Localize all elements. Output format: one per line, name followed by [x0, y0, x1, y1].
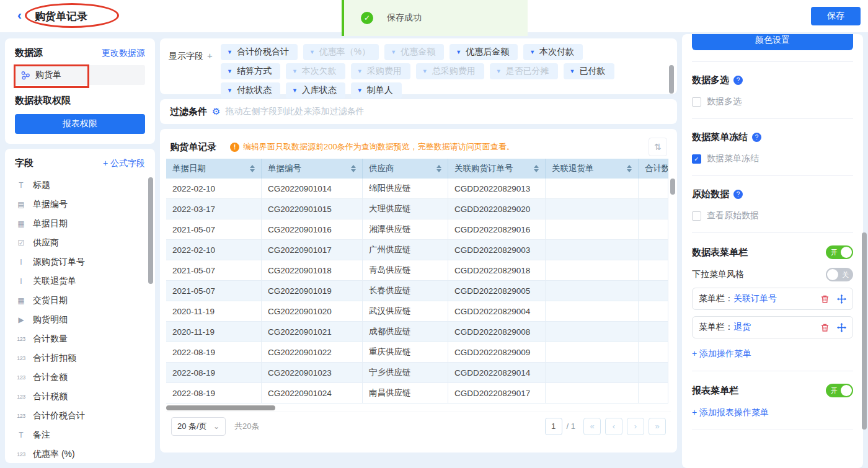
column-header[interactable]: 单据编号 [262, 159, 363, 179]
datasource-item[interactable]: 购货单 [15, 65, 145, 85]
sort-down-icon [534, 169, 539, 172]
field-item-label: 单据编号 [33, 199, 68, 210]
table-row[interactable]: 2022-08-19CG20220901023宁乡供应链CGDD20220829… [166, 363, 668, 383]
horizontal-scrollbar-thumb[interactable] [166, 405, 275, 410]
save-button[interactable]: 保存 [811, 7, 861, 25]
table-cell: 绵阳供应链 [363, 179, 448, 199]
display-field-chip[interactable]: ▼已付款 [564, 63, 614, 79]
table-vertical-scrollbar[interactable] [670, 179, 675, 195]
table-row[interactable]: 2021-05-07CG20220901018青岛供应链CGDD20220829… [166, 260, 668, 281]
last-page-button[interactable]: » [649, 418, 666, 435]
table-cell [546, 219, 639, 240]
field-item[interactable]: ▤单据编号 [15, 195, 145, 214]
next-page-button[interactable]: › [627, 418, 644, 435]
add-display-field-icon[interactable]: + [207, 50, 213, 61]
horizontal-scrollbar[interactable] [166, 405, 668, 410]
menu-item-value[interactable]: 退货 [733, 322, 751, 333]
sort-icon[interactable] [351, 165, 356, 172]
field-item[interactable]: 123合计税额 [15, 387, 145, 406]
display-field-chip[interactable]: ▼本次欠款 [286, 63, 345, 79]
field-item[interactable]: ▦交货日期 [15, 291, 145, 310]
display-field-chip[interactable]: ▼优惠金额 [384, 44, 444, 60]
help-icon[interactable]: ? [733, 190, 743, 199]
display-field-chip[interactable]: ▼制单人 [351, 82, 402, 99]
menu-item-box[interactable]: 菜单栏：退货 [692, 316, 853, 338]
table-row[interactable]: 2022-02-10CG20220901017广州供应链CGDD20220829… [166, 240, 668, 260]
help-icon[interactable]: ? [752, 133, 761, 142]
menu-freeze-checkbox[interactable]: ✓ [692, 154, 701, 164]
column-header[interactable]: 合计数量 [639, 159, 668, 179]
field-item-label: 合计数量 [33, 333, 68, 345]
display-fields-scrollbar[interactable] [669, 65, 674, 94]
display-field-chip[interactable]: ▼结算方式 [221, 63, 280, 79]
sort-down-icon [436, 169, 441, 172]
display-field-chip[interactable]: ▼总采购费用 [416, 63, 484, 79]
report-permission-button[interactable]: 报表权限 [15, 114, 145, 134]
multi-select-checkbox[interactable] [692, 97, 701, 107]
display-field-chip[interactable]: ▼优惠后金额 [450, 44, 518, 60]
sort-icon[interactable] [436, 165, 441, 172]
move-icon[interactable] [837, 323, 846, 332]
report-menubar-toggle[interactable]: 开 [826, 384, 853, 397]
sort-icon[interactable] [627, 165, 632, 172]
table-row[interactable]: 2022-03-17CG20220901015大理供应链CGDD20220829… [166, 199, 668, 219]
trash-icon[interactable] [820, 294, 830, 304]
back-icon[interactable]: ‹ [17, 7, 22, 22]
field-item[interactable]: 123合计金额 [15, 368, 145, 387]
field-item[interactable]: I源购货订单号 [15, 252, 145, 272]
field-item[interactable]: ☑供应商 [15, 233, 145, 252]
field-item[interactable]: 123优惠率 (%) [15, 444, 145, 463]
color-settings-button[interactable]: 颜色设置 [692, 34, 853, 50]
table-row[interactable]: 2022-08-19CG20220901024南昌供应链CGDD20220829… [166, 383, 668, 404]
field-item[interactable]: T标题 [15, 175, 145, 195]
fields-scrollbar[interactable] [148, 177, 153, 284]
move-icon[interactable] [837, 294, 846, 304]
display-field-chip[interactable]: ▼付款状态 [221, 82, 280, 99]
help-icon[interactable]: ? [733, 76, 743, 85]
first-page-button[interactable]: « [583, 418, 601, 435]
field-item[interactable]: 123合计价税合计 [15, 406, 145, 425]
display-field-chip[interactable]: ▼优惠率（%） [303, 44, 379, 60]
settings-scrollbar[interactable] [862, 232, 867, 430]
dropdown-style-toggle[interactable]: 关 [826, 268, 853, 281]
field-item[interactable]: ▶购货明细 [15, 310, 145, 329]
trash-icon[interactable] [820, 323, 830, 332]
column-header[interactable]: 关联退货单 [546, 159, 639, 179]
table-row[interactable]: 2020-11-19CG20220901020武汉供应链CGDD20220829… [166, 301, 668, 322]
column-header[interactable]: 单据日期 [166, 159, 262, 179]
change-datasource-link[interactable]: 更改数据源 [102, 48, 145, 59]
add-report-action-menu-link[interactable]: + 添加报表操作菜单 [692, 407, 853, 418]
table-row[interactable]: 2021-05-07CG20220901019长春供应链CGDD20220829… [166, 281, 668, 301]
field-item[interactable]: I关联退货单 [15, 272, 145, 291]
field-item[interactable]: 123合计数量 [15, 329, 145, 348]
page-number-input[interactable] [545, 418, 562, 435]
display-field-chip[interactable]: ▼采购费用 [351, 63, 410, 79]
field-item[interactable]: T备注 [15, 425, 145, 444]
display-field-chip[interactable]: ▼入库状态 [286, 82, 345, 99]
table-row[interactable]: 2020-11-19CG20220901021成都供应链CGDD20220829… [166, 322, 668, 342]
page-size-select[interactable]: 20 条/页 ⌄ [171, 417, 226, 436]
display-field-chip[interactable]: ▼合计价税合计 [221, 44, 298, 60]
display-field-chip[interactable]: ▼本次付款 [523, 44, 583, 60]
sort-icon[interactable] [534, 165, 539, 172]
table-row[interactable]: 2021-05-07CG20220901016湘潭供应链CGDD20220829… [166, 219, 668, 240]
raw-data-checkbox[interactable] [692, 211, 701, 221]
table-menubar-toggle[interactable]: 开 [826, 245, 853, 259]
sort-icon[interactable] [250, 165, 255, 172]
table-row[interactable]: 2022-08-19CG20220901022重庆供应链CGDD20220829… [166, 342, 668, 363]
field-item[interactable]: ▦单据日期 [15, 214, 145, 233]
table-row[interactable]: 2022-02-10CG20220901014绵阳供应链CGDD20220829… [166, 179, 668, 199]
chip-label: 采购费用 [367, 66, 402, 77]
column-header[interactable]: 供应商 [363, 159, 448, 179]
menu-item-box[interactable]: 菜单栏：关联订单号 [692, 288, 853, 310]
field-item[interactable]: 123合计折扣额 [15, 348, 145, 368]
column-header[interactable]: 关联购货订单号 [448, 159, 546, 179]
add-action-menu-link[interactable]: + 添加操作菜单 [692, 348, 853, 360]
display-field-chip[interactable]: ▼是否已分摊 [490, 63, 558, 79]
add-formula-field-link[interactable]: + 公式字段 [103, 158, 145, 169]
gear-icon[interactable]: ⚙ [212, 106, 220, 117]
caret-down-icon: ▼ [456, 49, 461, 55]
prev-page-button[interactable]: ‹ [605, 418, 622, 435]
menu-item-value[interactable]: 关联订单号 [733, 293, 777, 304]
sort-order-button[interactable]: ⇅ [649, 138, 667, 156]
